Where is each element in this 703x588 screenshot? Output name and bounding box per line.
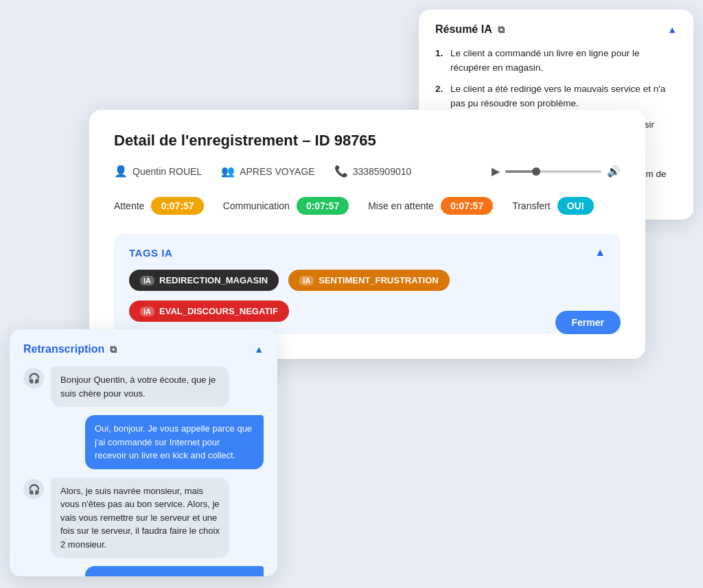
message-row: En fait, j'ai fait le choix 2, on m'a re… [23,566,264,576]
resume-title: Résumé IA ⧉ [435,23,505,36]
tag-chip: IA EVAL_DISCOURS_NEGATIF [129,301,289,322]
tags-ia-section: TAGS IA ▲ IA REDIRECTION_MAGASINIA SENTI… [114,234,621,334]
tags-collapse-icon[interactable]: ▲ [595,246,606,259]
stat-item: Transfert OUI [512,197,593,215]
meta-phone: 📞 33385909010 [334,165,412,178]
resume-item: 1. Le client a commandé un livre en lign… [435,47,677,75]
chat-messages: 🎧 Bonjour Quentin, à votre écoute, que j… [23,366,264,576]
stats-row: Attente 0:07:57 Communication 0:07:57 Mi… [114,197,621,215]
agent-bubble: Alors, je suis navrée monsieur, mais vou… [51,478,229,558]
audio-bar-fill [505,170,534,173]
stat-label: Mise en attente [368,200,434,211]
agent-avatar: 🎧 [23,368,44,388]
stat-label: Transfert [512,200,551,211]
phone-number: 33385909010 [353,166,412,177]
agent-avatar: 🎧 [23,479,44,499]
audio-dot [532,167,540,176]
fermer-button[interactable]: Fermer [555,311,621,334]
phone-icon: 📞 [334,165,348,178]
group-icon: 👥 [221,165,235,178]
user-bubble: Oui, bonjour. Je vous appelle parce que … [85,415,264,469]
meta-group: 👥 APRES VOYAGE [221,165,314,178]
retrans-title: Retranscription ⧉ [23,343,117,355]
tag-chip: IA REDIRECTION_MAGASIN [129,270,279,291]
user-bubble: En fait, j'ai fait le choix 2, on m'a re… [85,566,264,576]
user-name: Quentin ROUEL [132,166,202,177]
retrans-header: Retranscription ⧉ ▲ [23,343,264,355]
main-card-title: Detail de l'enregistrement – ID 98765 [114,132,621,150]
stat-badge: 0:07:57 [297,197,349,215]
volume-icon[interactable]: 🔊 [607,165,621,178]
resume-title-text: Résumé IA [435,23,492,36]
stat-badge: OUI [557,197,594,215]
audio-player: ▶ 🔊 [492,165,621,178]
stat-label: Attente [114,200,144,211]
group-name: APRES VOYAGE [240,166,314,177]
user-icon: 👤 [114,165,128,178]
tags-row: IA REDIRECTION_MAGASINIA SENTIMENT_FRUST… [129,270,606,322]
tags-ia-header: TAGS IA ▲ [129,246,606,259]
stat-item: Attente 0:07:57 [114,197,204,215]
stat-label: Communication [223,200,290,211]
play-button[interactable]: ▶ [492,165,500,178]
meta-row: 👤 Quentin ROUEL 👥 APRES VOYAGE 📞 3338590… [114,165,621,178]
retrans-collapse-icon[interactable]: ▲ [254,344,264,355]
message-row: 🎧 Alors, je suis navrée monsieur, mais v… [23,478,264,558]
agent-bubble: Bonjour Quentin, à votre écoute, que je … [51,366,229,407]
message-row: 🎧 Bonjour Quentin, à votre écoute, que j… [23,366,264,407]
retrans-title-text: Retranscription [23,343,104,355]
resume-header: Résumé IA ⧉ ▲ [435,23,677,36]
ia-badge: IA [140,276,154,285]
resume-item: 2. Le client a été redirigé vers le mauv… [435,82,677,111]
ia-badge: IA [140,307,154,316]
meta-user: 👤 Quentin ROUEL [114,165,202,178]
stat-badge: 0:07:57 [441,197,493,215]
stat-item: Communication 0:07:57 [223,197,349,215]
tag-chip: IA SENTIMENT_FRUSTRATION [288,270,450,291]
audio-progress-bar[interactable] [505,170,601,173]
message-row: Oui, bonjour. Je vous appelle parce que … [23,415,264,469]
retrans-copy-icon[interactable]: ⧉ [110,344,117,355]
retrans-card: Retranscription ⧉ ▲ 🎧 Bonjour Quentin, à… [10,329,277,576]
stat-badge: 0:07:57 [151,197,203,215]
collapse-icon[interactable]: ▲ [667,24,677,35]
stat-item: Mise en attente 0:07:57 [368,197,493,215]
ia-badge: IA [299,276,314,285]
copy-icon[interactable]: ⧉ [498,24,505,36]
tags-ia-title: TAGS IA [129,247,172,259]
main-card: Detail de l'enregistrement – ID 98765 👤 … [89,110,645,359]
